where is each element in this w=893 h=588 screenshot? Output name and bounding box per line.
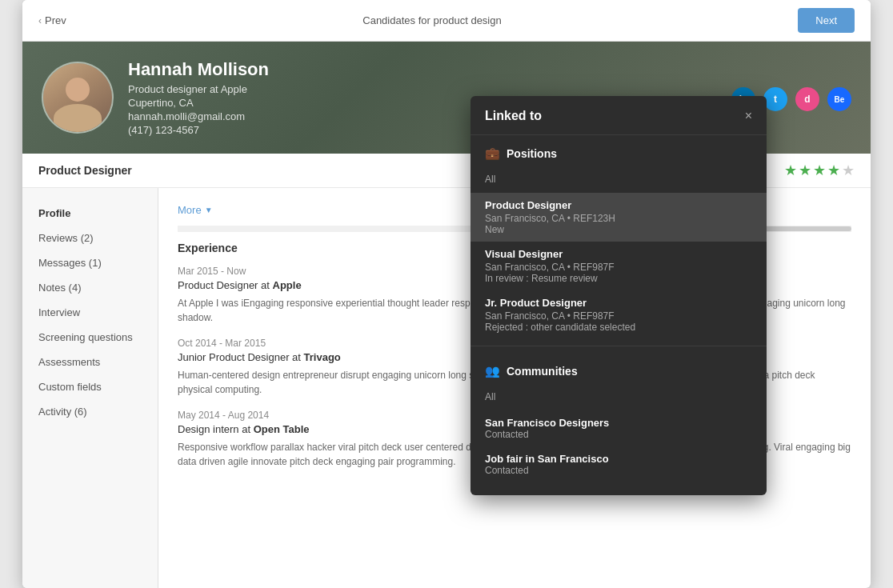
prev-arrow: ‹ [38, 15, 42, 26]
communities-icon: 👥 [485, 364, 500, 378]
sidebar-item-assessments[interactable]: Assessments [22, 350, 158, 374]
prev-button[interactable]: ‹ Prev [38, 14, 66, 26]
sidebar-item-profile[interactable]: Profile [22, 201, 158, 226]
top-bar: ‹ Prev Candidates for product design Nex… [22, 0, 871, 42]
avatar-image [43, 63, 112, 132]
star-2[interactable]: ★ [799, 162, 811, 179]
sidebar-item-activity[interactable]: Activity (6) [22, 399, 158, 424]
profile-title: Product designer at Apple [128, 83, 717, 95]
star-1[interactable]: ★ [784, 162, 797, 179]
modal-header: Linked to × [471, 96, 767, 135]
dribbble-icon[interactable]: d [795, 87, 819, 111]
linked-to-modal: Linked to × 💼 Positions All Product Desi… [471, 96, 767, 495]
positions-label: Positions [507, 147, 557, 160]
star-5[interactable]: ★ [842, 162, 855, 179]
twitter-icon[interactable]: t [763, 87, 787, 111]
position-1-sub: San Francisco, CA • REF123H [485, 213, 752, 224]
position-item-2[interactable]: Visual Designer San Francisco, CA • REF9… [471, 242, 767, 290]
next-button[interactable]: Next [798, 8, 855, 33]
candidate-label: Product Designer [38, 164, 132, 177]
sidebar-item-custom-fields[interactable]: Custom fields [22, 374, 158, 399]
community-item-2[interactable]: Job fair in San Francisco Contacted [471, 446, 767, 482]
modal-divider [471, 346, 767, 346]
star-rating[interactable]: ★ ★ ★ ★ ★ [784, 162, 855, 179]
position-3-status: Rejected : other candidate selected [485, 322, 752, 333]
position-item-1[interactable]: Product Designer San Francisco, CA • REF… [471, 193, 767, 242]
position-2-sub: San Francisco, CA • REF987F [485, 262, 752, 273]
position-3-sub: San Francisco, CA • REF987F [485, 310, 752, 322]
modal-title: Linked to [485, 109, 542, 123]
more-arrow-icon: ▼ [205, 206, 213, 214]
communities-section-title: 👥 Communities [471, 353, 767, 385]
position-2-title: Visual Designer [485, 248, 752, 260]
position-3-title: Jr. Product Designer [485, 297, 752, 309]
communities-label: Communities [507, 365, 578, 378]
community-1-title: San Francisco Designers [485, 417, 752, 429]
sidebar-item-messages[interactable]: Messages (1) [22, 250, 158, 275]
behance-icon[interactable]: Be [827, 87, 851, 111]
positions-icon: 💼 [485, 146, 500, 161]
top-nav: ‹ Prev Candidates for product design Nex… [38, 8, 855, 33]
positions-section-title: 💼 Positions [471, 135, 767, 167]
communities-all[interactable]: All [471, 385, 767, 409]
prev-label: Prev [45, 14, 66, 26]
community-2-title: Job fair in San Francisco [485, 453, 752, 465]
sidebar: Profile Reviews (2) Messages (1) Notes (… [22, 188, 158, 588]
position-1-title: Product Designer [485, 199, 752, 211]
position-2-status: In review : Resume review [485, 273, 752, 284]
nav-title: Candidates for product design [82, 14, 783, 26]
community-1-status: Contacted [485, 429, 752, 440]
position-1-status: New [485, 224, 752, 235]
sidebar-item-screening[interactable]: Screening questions [22, 325, 158, 350]
avatar [42, 62, 114, 134]
star-3[interactable]: ★ [813, 162, 826, 179]
more-label: More [178, 204, 202, 216]
sidebar-item-reviews[interactable]: Reviews (2) [22, 226, 158, 250]
sidebar-item-interview[interactable]: Interview [22, 300, 158, 325]
profile-name: Hannah Mollison [128, 59, 717, 80]
position-item-3[interactable]: Jr. Product Designer San Francisco, CA •… [471, 290, 767, 339]
community-item-1[interactable]: San Francisco Designers Contacted [471, 410, 767, 446]
star-4[interactable]: ★ [827, 162, 840, 179]
community-2-status: Contacted [485, 465, 752, 476]
positions-all[interactable]: All [471, 167, 767, 191]
sidebar-item-notes[interactable]: Notes (4) [22, 275, 158, 300]
modal-close-button[interactable]: × [745, 109, 752, 123]
